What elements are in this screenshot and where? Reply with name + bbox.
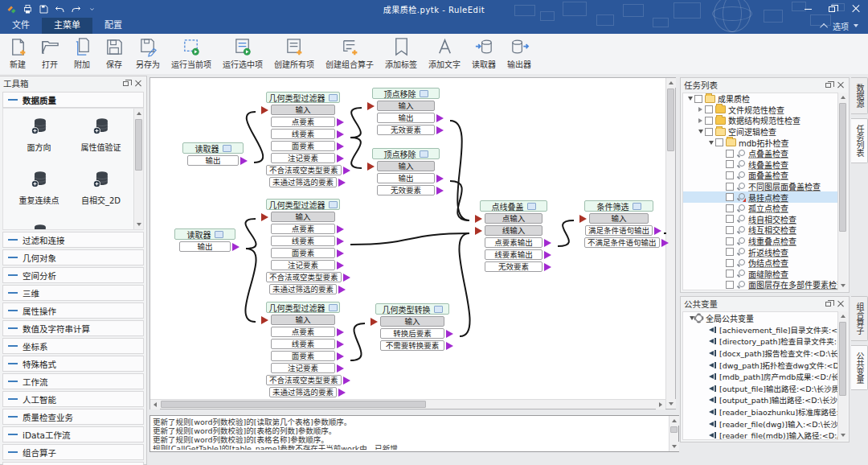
- toolbox-section-4[interactable]: 属性操作: [2, 302, 144, 319]
- output-arrow-icon[interactable]: [338, 286, 346, 294]
- input-arrow-icon[interactable]: [367, 102, 375, 110]
- collapse-arrow-icon[interactable]: [697, 107, 704, 112]
- output-arrow-icon[interactable]: [337, 261, 344, 270]
- node-options-icon[interactable]: [329, 201, 338, 208]
- input-arrow-icon[interactable]: [475, 215, 482, 223]
- task-tree-item[interactable]: 空间逻辑检查: [683, 126, 846, 138]
- variable-item[interactable]: [dwg_path]拓扑检查dwg文件:<D:/长...: [683, 359, 846, 371]
- node-header[interactable]: 读取器: [182, 142, 244, 154]
- task-tree-item[interactable]: 点叠盖检查: [683, 148, 846, 159]
- node-header[interactable]: 几何类型过滤器: [266, 302, 340, 313]
- node-port[interactable]: 不合法或空类型要素: [266, 272, 342, 282]
- output-arrow-icon[interactable]: [661, 239, 669, 247]
- side-tab[interactable]: 公共变量: [851, 345, 868, 390]
- caret-down-icon[interactable]: [854, 24, 858, 27]
- node-port[interactable]: 注记要素: [271, 260, 335, 270]
- expand-arrow-icon[interactable]: [686, 97, 694, 101]
- node-header[interactable]: 点线叠盖: [480, 200, 547, 212]
- menu-tab-0[interactable]: 文件: [0, 18, 42, 34]
- toolbar-button-create-all[interactable]: 创建所有项: [268, 36, 320, 71]
- redo-icon[interactable]: [71, 4, 81, 14]
- graph-node[interactable]: 点线叠盖 点输入 线输入 点要素输出 线要素输出 无效要素: [480, 200, 547, 272]
- node-port[interactable]: 点要素: [271, 224, 335, 234]
- output-arrow-icon[interactable]: [337, 225, 344, 233]
- input-arrow-icon[interactable]: [261, 316, 268, 324]
- task-tree-item[interactable]: 折返线检查: [683, 246, 846, 257]
- toolbar-button-db-reader[interactable]: 读取器: [466, 36, 502, 71]
- toolbox-section-9[interactable]: 人工智能: [2, 391, 144, 407]
- checkbox[interactable]: [726, 281, 734, 289]
- toolbox-item[interactable]: 自相交_2D: [72, 170, 131, 223]
- graph-node[interactable]: 几何类型转换 输入 转换后要素 不需要转换要素: [375, 303, 449, 351]
- input-arrow-icon[interactable]: [475, 227, 482, 235]
- output-arrow-icon[interactable]: [436, 175, 444, 183]
- checkbox[interactable]: [726, 171, 734, 179]
- collapse-arrow-icon[interactable]: [697, 118, 704, 123]
- node-port[interactable]: 输出: [179, 241, 231, 252]
- node-options-icon[interactable]: [215, 231, 223, 238]
- node-port[interactable]: 输入: [271, 212, 335, 222]
- node-options-icon[interactable]: [527, 203, 536, 210]
- close-button[interactable]: [844, 0, 868, 18]
- checkbox[interactable]: [705, 117, 713, 125]
- app-logo-icon[interactable]: [6, 4, 17, 14]
- node-port[interactable]: 未通过筛选的要素: [269, 177, 337, 187]
- task-tree-item[interactable]: 孤立点检查: [683, 203, 846, 214]
- variable-item[interactable]: [output_path]输出路径:<D:\长沙质检\...: [683, 394, 846, 406]
- print-icon[interactable]: [23, 4, 33, 14]
- output-arrow-icon[interactable]: [343, 167, 350, 175]
- node-port[interactable]: 输出: [187, 155, 239, 166]
- panel-float-button[interactable]: [823, 298, 833, 309]
- task-list-scrollbar[interactable]: [837, 93, 847, 290]
- toolbox-section-11[interactable]: iData工作流: [2, 426, 144, 442]
- input-arrow-icon[interactable]: [371, 318, 378, 326]
- variable-item[interactable]: [achievement_file]目录文件夹:<D:\长...: [683, 324, 846, 336]
- node-options-icon[interactable]: [420, 150, 428, 158]
- task-tree-item[interactable]: 面叠盖检查: [683, 170, 846, 181]
- undo-icon[interactable]: [55, 4, 65, 14]
- output-arrow-icon[interactable]: [337, 118, 344, 126]
- toolbox-section-13[interactable]: 自定义项: [2, 462, 144, 465]
- canvas-horizontal-scrollbar[interactable]: [150, 399, 665, 409]
- checkbox[interactable]: [726, 204, 734, 212]
- input-arrow-icon[interactable]: [367, 163, 375, 171]
- toolbox-section-3[interactable]: 三维: [2, 285, 144, 301]
- toolbox-section-active[interactable]: 数据质量: [2, 92, 144, 108]
- output-arrow-icon[interactable]: [343, 274, 350, 282]
- node-port[interactable]: 注记要素: [271, 153, 335, 163]
- checkbox[interactable]: [705, 105, 713, 113]
- toolbar-button-db-writer[interactable]: 输出器: [502, 36, 537, 71]
- node-port[interactable]: 输出: [377, 113, 435, 123]
- checkbox[interactable]: [726, 183, 734, 191]
- output-arrow-icon[interactable]: [446, 342, 453, 350]
- toolbar-button-floppy-edit[interactable]: 另存为: [130, 36, 166, 71]
- output-arrow-icon[interactable]: [544, 239, 551, 247]
- options-button[interactable]: 选项: [833, 20, 849, 32]
- output-arrow-icon[interactable]: [544, 251, 551, 259]
- node-port[interactable]: 未通过筛选的要素: [269, 284, 337, 294]
- toolbar-button-floppy[interactable]: 保存: [98, 36, 130, 71]
- save-icon[interactable]: [39, 4, 49, 14]
- node-header[interactable]: 顶点移除: [372, 148, 440, 159]
- toolbar-button-folder[interactable]: 打开: [34, 36, 66, 71]
- checkbox[interactable]: [726, 237, 734, 245]
- output-arrow-icon[interactable]: [337, 142, 344, 150]
- task-tree-item[interactable]: 不同图层面叠盖检查: [683, 181, 846, 192]
- task-tree-item[interactable]: 线重叠点检查: [683, 236, 846, 247]
- task-tree-item[interactable]: 线叠盖检查: [683, 159, 846, 171]
- toolbox-section-7[interactable]: 特殊格式: [2, 356, 144, 372]
- expand-arrow-icon[interactable]: [707, 141, 714, 145]
- node-port[interactable]: 面要素: [271, 351, 335, 361]
- expand-arrow-icon[interactable]: [697, 130, 704, 134]
- toolbar-button-add-tag[interactable]: 添加标签: [379, 36, 423, 71]
- log-scrollbar[interactable]: [669, 416, 678, 451]
- collapse-ribbon-icon[interactable]: [820, 23, 828, 31]
- node-port[interactable]: 线输入: [485, 225, 542, 236]
- node-port[interactable]: 点要素: [271, 327, 335, 337]
- node-options-icon[interactable]: [223, 145, 231, 152]
- variables-scrollbar[interactable]: [837, 311, 847, 440]
- toolbox-scrollbar[interactable]: [133, 109, 143, 229]
- task-tree-item[interactable]: 成果质检: [683, 93, 846, 105]
- toolbox-section-5[interactable]: 数值及字符串计算: [2, 320, 144, 336]
- toolbox-section-6[interactable]: 坐标系: [2, 338, 144, 354]
